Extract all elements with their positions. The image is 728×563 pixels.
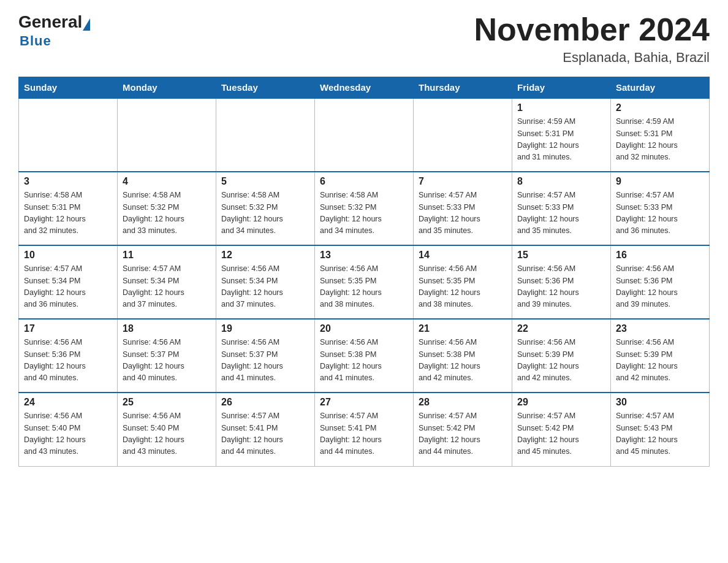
day-info: Sunrise: 4:57 AMSunset: 5:41 PMDaylight:…	[221, 410, 309, 458]
day-info: Sunrise: 4:56 AMSunset: 5:34 PMDaylight:…	[221, 263, 309, 311]
day-number: 14	[419, 250, 507, 261]
calendar-cell: 12Sunrise: 4:56 AMSunset: 5:34 PMDayligh…	[216, 245, 315, 319]
weekday-header-saturday: Saturday	[611, 77, 710, 99]
logo-general-label: General	[18, 12, 82, 31]
day-number: 30	[616, 397, 704, 408]
day-info: Sunrise: 4:56 AMSunset: 5:39 PMDaylight:…	[616, 337, 704, 385]
calendar-cell	[19, 98, 118, 172]
day-info: Sunrise: 4:57 AMSunset: 5:43 PMDaylight:…	[616, 410, 704, 458]
month-title: November 2024	[474, 12, 710, 47]
calendar-cell	[414, 98, 512, 172]
day-number: 25	[123, 397, 211, 408]
logo: General Blue	[18, 12, 90, 49]
header-row: SundayMondayTuesdayWednesdayThursdayFrid…	[19, 77, 710, 99]
calendar-cell: 4Sunrise: 4:58 AMSunset: 5:32 PMDaylight…	[118, 172, 216, 245]
calendar-cell: 26Sunrise: 4:57 AMSunset: 5:41 PMDayligh…	[216, 393, 315, 466]
week-row-2: 3Sunrise: 4:58 AMSunset: 5:31 PMDaylight…	[19, 172, 710, 245]
day-info: Sunrise: 4:56 AMSunset: 5:40 PMDaylight:…	[24, 410, 112, 458]
day-info: Sunrise: 4:56 AMSunset: 5:38 PMDaylight:…	[320, 337, 408, 385]
calendar-cell	[118, 98, 216, 172]
weekday-header-sunday: Sunday	[19, 77, 118, 99]
calendar-cell: 24Sunrise: 4:56 AMSunset: 5:40 PMDayligh…	[19, 393, 118, 466]
day-info: Sunrise: 4:57 AMSunset: 5:33 PMDaylight:…	[517, 190, 605, 237]
day-number: 17	[24, 323, 112, 334]
day-number: 11	[123, 250, 211, 261]
day-info: Sunrise: 4:59 AMSunset: 5:31 PMDaylight:…	[616, 116, 704, 164]
day-number: 6	[320, 176, 408, 187]
day-info: Sunrise: 4:56 AMSunset: 5:37 PMDaylight:…	[123, 337, 211, 385]
calendar-cell: 3Sunrise: 4:58 AMSunset: 5:31 PMDaylight…	[19, 172, 118, 245]
calendar-cell: 23Sunrise: 4:56 AMSunset: 5:39 PMDayligh…	[611, 319, 710, 393]
weekday-header-thursday: Thursday	[414, 77, 512, 99]
day-number: 13	[320, 250, 408, 261]
day-info: Sunrise: 4:56 AMSunset: 5:36 PMDaylight:…	[24, 337, 112, 385]
calendar-cell: 9Sunrise: 4:57 AMSunset: 5:33 PMDaylight…	[611, 172, 710, 245]
day-number: 10	[24, 250, 112, 261]
day-info: Sunrise: 4:58 AMSunset: 5:31 PMDaylight:…	[24, 190, 112, 237]
day-info: Sunrise: 4:56 AMSunset: 5:37 PMDaylight:…	[221, 337, 309, 385]
day-info: Sunrise: 4:57 AMSunset: 5:41 PMDaylight:…	[320, 410, 408, 458]
calendar-cell: 17Sunrise: 4:56 AMSunset: 5:36 PMDayligh…	[19, 319, 118, 393]
day-number: 19	[221, 323, 309, 334]
day-number: 28	[419, 397, 507, 408]
day-info: Sunrise: 4:56 AMSunset: 5:40 PMDaylight:…	[123, 410, 211, 458]
day-info: Sunrise: 4:58 AMSunset: 5:32 PMDaylight:…	[320, 190, 408, 237]
calendar-cell: 30Sunrise: 4:57 AMSunset: 5:43 PMDayligh…	[611, 393, 710, 466]
location-label: Esplanada, Bahia, Brazil	[474, 50, 710, 66]
calendar-cell: 5Sunrise: 4:58 AMSunset: 5:32 PMDaylight…	[216, 172, 315, 245]
page-header: General Blue November 2024 Esplanada, Ba…	[18, 12, 710, 66]
calendar-cell: 27Sunrise: 4:57 AMSunset: 5:41 PMDayligh…	[315, 393, 414, 466]
day-info: Sunrise: 4:58 AMSunset: 5:32 PMDaylight:…	[123, 190, 211, 237]
calendar-cell: 6Sunrise: 4:58 AMSunset: 5:32 PMDaylight…	[315, 172, 414, 245]
day-number: 5	[221, 176, 309, 187]
calendar-table: SundayMondayTuesdayWednesdayThursdayFrid…	[18, 77, 710, 467]
weekday-header-friday: Friday	[512, 77, 611, 99]
calendar-cell: 13Sunrise: 4:56 AMSunset: 5:35 PMDayligh…	[315, 245, 414, 319]
day-number: 12	[221, 250, 309, 261]
day-info: Sunrise: 4:57 AMSunset: 5:34 PMDaylight:…	[24, 263, 112, 311]
day-info: Sunrise: 4:58 AMSunset: 5:32 PMDaylight:…	[221, 190, 309, 237]
calendar-cell: 20Sunrise: 4:56 AMSunset: 5:38 PMDayligh…	[315, 319, 414, 393]
calendar-cell: 18Sunrise: 4:56 AMSunset: 5:37 PMDayligh…	[118, 319, 216, 393]
week-row-1: 1Sunrise: 4:59 AMSunset: 5:31 PMDaylight…	[19, 98, 710, 172]
week-row-3: 10Sunrise: 4:57 AMSunset: 5:34 PMDayligh…	[19, 245, 710, 319]
day-info: Sunrise: 4:56 AMSunset: 5:39 PMDaylight:…	[517, 337, 605, 385]
calendar-cell: 25Sunrise: 4:56 AMSunset: 5:40 PMDayligh…	[118, 393, 216, 466]
day-number: 7	[419, 176, 507, 187]
day-number: 15	[517, 250, 605, 261]
calendar-cell: 21Sunrise: 4:56 AMSunset: 5:38 PMDayligh…	[414, 319, 512, 393]
day-number: 2	[616, 102, 704, 113]
day-number: 4	[123, 176, 211, 187]
calendar-cell	[315, 98, 414, 172]
day-info: Sunrise: 4:59 AMSunset: 5:31 PMDaylight:…	[517, 116, 605, 164]
calendar-cell: 14Sunrise: 4:56 AMSunset: 5:35 PMDayligh…	[414, 245, 512, 319]
calendar-header: SundayMondayTuesdayWednesdayThursdayFrid…	[19, 77, 710, 99]
day-number: 22	[517, 323, 605, 334]
day-info: Sunrise: 4:57 AMSunset: 5:42 PMDaylight:…	[419, 410, 507, 458]
day-info: Sunrise: 4:57 AMSunset: 5:33 PMDaylight:…	[616, 190, 704, 237]
day-number: 3	[24, 176, 112, 187]
day-info: Sunrise: 4:57 AMSunset: 5:33 PMDaylight:…	[419, 190, 507, 237]
calendar-cell: 2Sunrise: 4:59 AMSunset: 5:31 PMDaylight…	[611, 98, 710, 172]
calendar-body: 1Sunrise: 4:59 AMSunset: 5:31 PMDaylight…	[19, 98, 710, 466]
day-info: Sunrise: 4:57 AMSunset: 5:34 PMDaylight:…	[123, 263, 211, 311]
day-number: 21	[419, 323, 507, 334]
day-number: 24	[24, 397, 112, 408]
calendar-cell: 8Sunrise: 4:57 AMSunset: 5:33 PMDaylight…	[512, 172, 611, 245]
calendar-cell: 10Sunrise: 4:57 AMSunset: 5:34 PMDayligh…	[19, 245, 118, 319]
logo-arrow-icon	[83, 18, 90, 31]
day-info: Sunrise: 4:56 AMSunset: 5:35 PMDaylight:…	[419, 263, 507, 311]
calendar-cell: 22Sunrise: 4:56 AMSunset: 5:39 PMDayligh…	[512, 319, 611, 393]
week-row-4: 17Sunrise: 4:56 AMSunset: 5:36 PMDayligh…	[19, 319, 710, 393]
weekday-header-wednesday: Wednesday	[315, 77, 414, 99]
calendar-cell: 19Sunrise: 4:56 AMSunset: 5:37 PMDayligh…	[216, 319, 315, 393]
logo-blue-label: Blue	[20, 33, 51, 49]
calendar-cell: 29Sunrise: 4:57 AMSunset: 5:42 PMDayligh…	[512, 393, 611, 466]
weekday-header-tuesday: Tuesday	[216, 77, 315, 99]
day-info: Sunrise: 4:56 AMSunset: 5:38 PMDaylight:…	[419, 337, 507, 385]
day-number: 1	[517, 102, 605, 113]
calendar-cell: 16Sunrise: 4:56 AMSunset: 5:36 PMDayligh…	[611, 245, 710, 319]
day-info: Sunrise: 4:56 AMSunset: 5:36 PMDaylight:…	[616, 263, 704, 311]
calendar-cell: 28Sunrise: 4:57 AMSunset: 5:42 PMDayligh…	[414, 393, 512, 466]
day-number: 27	[320, 397, 408, 408]
